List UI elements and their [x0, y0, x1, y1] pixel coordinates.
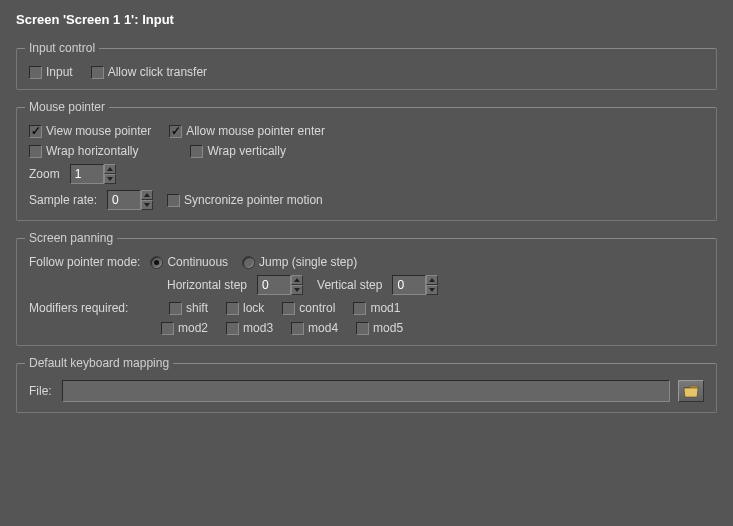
hstep-spinner-up[interactable] [291, 275, 303, 285]
folder-icon [683, 385, 699, 398]
label-mod5: mod5 [373, 321, 403, 335]
label-continuous: Continuous [167, 255, 228, 269]
checkbox-allow-mouse-pointer-enter[interactable] [169, 125, 182, 138]
label-view-mouse-pointer: View mouse pointer [46, 124, 151, 138]
radio-continuous[interactable] [150, 256, 163, 269]
vstep-spinner-down[interactable] [426, 285, 438, 295]
legend-keyboard-mapping: Default keyboard mapping [25, 356, 173, 370]
label-zoom: Zoom [29, 167, 60, 181]
label-allow-mouse-pointer-enter: Allow mouse pointer enter [186, 124, 325, 138]
group-screen-panning: Screen panning Follow pointer mode: Cont… [16, 231, 717, 346]
group-mouse-pointer: Mouse pointer View mouse pointer Allow m… [16, 100, 717, 221]
svg-marker-4 [294, 278, 300, 282]
label-lock: lock [243, 301, 264, 315]
checkbox-lock[interactable] [226, 302, 239, 315]
checkbox-input[interactable] [29, 66, 42, 79]
checkbox-sync-pointer-motion[interactable] [167, 194, 180, 207]
radio-jump[interactable] [242, 256, 255, 269]
checkbox-control[interactable] [282, 302, 295, 315]
settings-panel: Screen 'Screen 1 1': Input Input control… [0, 0, 733, 435]
svg-marker-5 [294, 288, 300, 292]
label-sample-rate: Sample rate: [29, 193, 97, 207]
input-sample-rate[interactable] [107, 190, 141, 210]
legend-mouse-pointer: Mouse pointer [25, 100, 109, 114]
legend-screen-panning: Screen panning [25, 231, 117, 245]
svg-marker-7 [429, 288, 435, 292]
checkbox-mod3[interactable] [226, 322, 239, 335]
input-file[interactable] [62, 380, 670, 402]
label-shift: shift [186, 301, 208, 315]
sample-rate-spinner-down[interactable] [141, 200, 153, 210]
browse-button[interactable] [678, 380, 704, 402]
page-title: Screen 'Screen 1 1': Input [16, 12, 717, 27]
label-follow-pointer-mode: Follow pointer mode: [29, 255, 140, 269]
input-horizontal-step[interactable] [257, 275, 291, 295]
checkbox-wrap-horizontally[interactable] [29, 145, 42, 158]
checkbox-mod5[interactable] [356, 322, 369, 335]
svg-marker-0 [107, 167, 113, 171]
label-mod2: mod2 [178, 321, 208, 335]
input-zoom[interactable] [70, 164, 104, 184]
svg-marker-3 [144, 203, 150, 207]
label-file: File: [29, 384, 52, 398]
label-allow-click-transfer: Allow click transfer [108, 65, 207, 79]
label-mod1: mod1 [370, 301, 400, 315]
label-input: Input [46, 65, 73, 79]
zoom-spinner-up[interactable] [104, 164, 116, 174]
hstep-spinner-down[interactable] [291, 285, 303, 295]
sample-rate-spinner-up[interactable] [141, 190, 153, 200]
group-keyboard-mapping: Default keyboard mapping File: [16, 356, 717, 413]
label-vertical-step: Vertical step [317, 278, 382, 292]
checkbox-view-mouse-pointer[interactable] [29, 125, 42, 138]
label-horizontal-step: Horizontal step [167, 278, 247, 292]
label-wrap-vertically: Wrap vertically [207, 144, 285, 158]
svg-marker-6 [429, 278, 435, 282]
label-mod4: mod4 [308, 321, 338, 335]
label-sync-pointer-motion: Syncronize pointer motion [184, 193, 323, 207]
input-vertical-step[interactable] [392, 275, 426, 295]
svg-marker-1 [107, 177, 113, 181]
checkbox-shift[interactable] [169, 302, 182, 315]
label-control: control [299, 301, 335, 315]
label-jump: Jump (single step) [259, 255, 357, 269]
label-mod3: mod3 [243, 321, 273, 335]
checkbox-mod2[interactable] [161, 322, 174, 335]
group-input-control: Input control Input Allow click transfer [16, 41, 717, 90]
label-wrap-horizontally: Wrap horizontally [46, 144, 138, 158]
legend-input-control: Input control [25, 41, 99, 55]
vstep-spinner-up[interactable] [426, 275, 438, 285]
zoom-spinner-down[interactable] [104, 174, 116, 184]
label-modifiers-required: Modifiers required: [29, 301, 149, 315]
checkbox-mod4[interactable] [291, 322, 304, 335]
checkbox-mod1[interactable] [353, 302, 366, 315]
svg-marker-2 [144, 193, 150, 197]
checkbox-wrap-vertically[interactable] [190, 145, 203, 158]
checkbox-allow-click-transfer[interactable] [91, 66, 104, 79]
